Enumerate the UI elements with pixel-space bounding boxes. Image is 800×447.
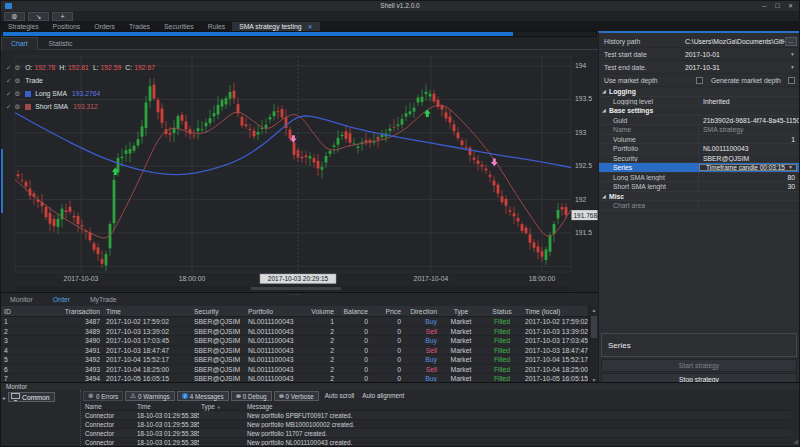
property-row-series[interactable]: SeriesTimeframe candle 00:03:15▼ (599, 163, 799, 173)
resize-grip-icon[interactable]: ◢ (793, 437, 798, 444)
orders-column-header[interactable]: Type (440, 306, 482, 316)
orders-column-header[interactable]: Price (371, 306, 404, 316)
log-filter-warnings-button[interactable]: ⚠0 Warnings (125, 391, 174, 401)
gear-icon[interactable]: ⚙ (14, 90, 20, 98)
log-filter-messages-button[interactable]: i4 Messages (177, 391, 229, 401)
property-value[interactable]: 30 (699, 182, 799, 191)
main-tab-rules[interactable]: Rules (201, 22, 232, 31)
main-tab-securities[interactable]: Securities (157, 22, 201, 31)
gear-icon[interactable]: ⚙ (14, 64, 20, 72)
table-row[interactable]: 534922017-10-04 15:52:17SBER@QJSIMNL0011… (1, 355, 588, 365)
tab-chart[interactable]: Chart (1, 37, 38, 50)
orders-column-header[interactable]: Portfolio (245, 306, 304, 316)
test-start-value[interactable]: 2017-10-01 (685, 48, 785, 61)
tab-order[interactable]: Order (44, 293, 79, 306)
browse-button[interactable]: ... (785, 37, 797, 46)
log-column-header[interactable]: Name (83, 402, 135, 410)
use-market-depth-checkbox[interactable] (696, 77, 703, 84)
orders-column-header[interactable]: Transaction (41, 306, 103, 316)
chart-panel[interactable]: 194193.5193192.5192191.5191.76842017-10-… (1, 50, 598, 292)
property-row-long-sma-lenght[interactable]: Long SMA lenght80 (599, 173, 799, 183)
check-icon[interactable]: ✓ (6, 103, 11, 111)
tab-monitor[interactable]: Monitor (1, 293, 42, 306)
property-value[interactable]: Inherited (699, 97, 799, 106)
maximize-button[interactable]: ☐ (771, 1, 784, 11)
table-row[interactable]: 634932017-10-04 18:25:00SBER@QJSIMNL0011… (1, 365, 588, 375)
main-tab-trades[interactable]: Trades (122, 22, 157, 31)
chevron-down-icon[interactable]: ▼ (790, 48, 795, 61)
expander-icon[interactable]: ◢ (599, 87, 609, 96)
property-row-short-sma-lenght[interactable]: Short SMA lenght30 (599, 182, 799, 192)
gear-icon[interactable]: ⚙ (14, 103, 20, 111)
property-value[interactable]: 1 (699, 135, 799, 144)
property-row-logging-level[interactable]: Logging levelInherited (599, 97, 799, 107)
generate-market-depth-checkbox[interactable] (788, 77, 795, 84)
main-tab-active[interactable]: SMA strategy testing✕ (232, 22, 319, 31)
check-icon[interactable]: ✓ (6, 64, 11, 72)
table-row[interactable]: 434912017-10-03 18:47:47SBER@QJSIMNL0011… (1, 346, 588, 356)
main-tab-orders[interactable]: Orders (87, 22, 122, 31)
log-row[interactable]: Connector18-10-03 01:29:55.385New portfo… (83, 420, 791, 429)
property-value[interactable]: SBER@QJSIM (699, 154, 799, 163)
connect-button[interactable]: ↘ (28, 12, 49, 21)
orders-column-header[interactable]: Security (191, 306, 245, 316)
splitter-grip[interactable]: ···· (289, 293, 302, 297)
orders-scrollbar[interactable]: ▲ ▼ (588, 306, 598, 384)
property-value[interactable]: NL0011100043 (699, 144, 799, 153)
property-row-volume[interactable]: Volume1 (599, 135, 799, 145)
orders-column-header[interactable]: Time (103, 306, 191, 316)
orders-column-header[interactable]: Volume (304, 306, 337, 316)
chevron-down-icon[interactable]: ▼ (790, 61, 795, 74)
property-value[interactable] (699, 201, 799, 210)
auto-alignment-button[interactable]: Auto alignment (358, 391, 408, 401)
property-value[interactable]: 21b3902d-9681-4f74-8a45-115015f4... (699, 116, 799, 125)
expander-icon[interactable]: ◢ (599, 192, 609, 201)
property-row-chart-area[interactable]: Chart area (599, 201, 799, 211)
table-row[interactable]: 334902017-10-03 17:03:45SBER@QJSIMNL0011… (1, 336, 588, 346)
series-combobox[interactable]: Timeframe candle 00:03:15▼ (699, 164, 797, 171)
tab-close-icon[interactable]: ✕ (307, 24, 312, 30)
property-group-misc[interactable]: ◢Misc (599, 192, 799, 202)
tab-mytrade[interactable]: MyTrade (81, 293, 126, 306)
tree-item-common[interactable]: ▸ Common (3, 392, 55, 402)
table-row[interactable]: 134872017-10-02 17:59:02SBER@QJSIMNL0011… (1, 317, 588, 327)
check-icon[interactable]: ✓ (6, 90, 11, 98)
orders-column-header[interactable]: Direction (404, 306, 440, 316)
property-row-guid[interactable]: Guid21b3902d-9681-4f74-8a45-115015f4... (599, 116, 799, 126)
settings-button[interactable]: ⚙ (4, 12, 25, 21)
table-row[interactable]: 234892017-10-03 13:39:02SBER@QJSIMNL0011… (1, 327, 588, 337)
log-row[interactable]: Connector18-10-03 01:29:55.385New portfo… (83, 438, 791, 446)
log-filter-errors-button[interactable]: ⊗0 Errors (83, 391, 123, 401)
start-strategy-button[interactable]: Start strategy (601, 359, 797, 372)
add-strategy-button[interactable]: + (52, 12, 73, 21)
legend-long-sma-row[interactable]: ✓ ⚙ Long SMA 193.2764 (6, 87, 159, 100)
expander-icon[interactable]: ◢ (599, 106, 609, 115)
tree-expander-icon[interactable]: ▸ (3, 394, 6, 401)
legend-short-sma-row[interactable]: ✓ ⚙ Short SMA 193.312 (6, 100, 159, 113)
orders-column-header[interactable]: Time (local) (522, 306, 588, 316)
log-filter-debug-button[interactable]: 0 Debug (231, 391, 272, 401)
minimize-button[interactable]: ─ (758, 1, 771, 11)
log-column-header[interactable]: Message (245, 402, 575, 410)
log-column-header[interactable]: Type▼ (199, 402, 245, 410)
scroll-thumb[interactable] (591, 316, 597, 338)
property-value[interactable]: 80 (699, 173, 799, 182)
property-row-portfolio[interactable]: PortfolioNL0011100043 (599, 144, 799, 154)
legend-ohlc-row[interactable]: ✓ ⚙ O:192.78 H:192.81 L:192.59 C:192.67 (6, 61, 159, 74)
orders-column-header[interactable]: ID (1, 306, 41, 316)
orders-column-header[interactable]: Balance (337, 306, 371, 316)
log-column-header[interactable]: Time (135, 402, 199, 410)
property-group-logging[interactable]: ◢Logging (599, 87, 799, 97)
close-button[interactable]: ✕ (784, 1, 797, 11)
main-tab-strategies[interactable]: Strategies (1, 22, 46, 31)
property-row-name[interactable]: NameSMA strategy (599, 125, 799, 135)
property-value[interactable]: SMA strategy (699, 125, 799, 134)
main-tab-positions[interactable]: Positions (46, 22, 88, 31)
legend-trade-row[interactable]: ✓ ⚙ Trade (6, 74, 159, 87)
log-row[interactable]: Connector18-10-03 01:29:55.385New portfo… (83, 411, 791, 420)
filter-icon[interactable]: ▼ (217, 405, 221, 410)
auto-scroll-button[interactable]: Auto scroll (321, 391, 358, 401)
orders-column-header[interactable]: Status (482, 306, 522, 316)
history-path-value[interactable]: C:\Users\MozGa\Documents\GitHub\EduGit\S… (685, 35, 785, 48)
property-row-security[interactable]: SecuritySBER@QJSIM (599, 154, 799, 164)
